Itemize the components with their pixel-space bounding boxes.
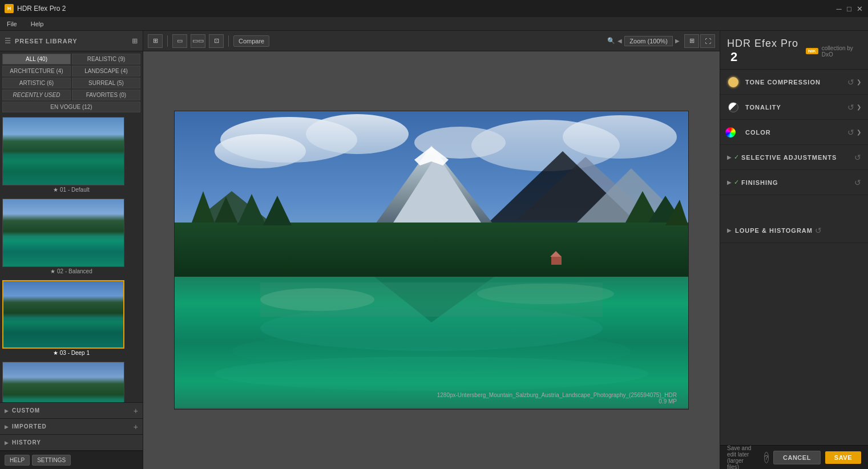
cat-recent[interactable]: RECENTLY USED <box>2 90 71 100</box>
add-custom-icon[interactable]: + <box>134 406 138 415</box>
selective-check-icon: ✓ <box>734 153 739 161</box>
color-icon-container <box>727 126 740 139</box>
section-history[interactable]: ▶ HISTORY <box>0 435 143 451</box>
svg-point-2 <box>306 114 409 154</box>
titlebar-left: H HDR Efex Pro 2 <box>5 4 66 13</box>
main-image: 1280px-Untersberg_Mountain_Salzburg_Aust… <box>174 111 689 410</box>
cat-architecture[interactable]: ARCHITECTURE (4) <box>2 66 71 76</box>
loupe-reset-icon[interactable]: ↺ <box>815 226 822 235</box>
right-sidebar: HDR Efex Pro 2 NIK collection by DxO TON… <box>720 31 868 469</box>
cat-en-vogue[interactable]: EN VOGUE (12) <box>2 102 140 112</box>
app-icon: H <box>5 4 14 13</box>
chevron-imported-icon: ▶ <box>5 424 9 430</box>
color-reset-icon[interactable]: ↺ <box>847 128 854 137</box>
loupe-arrow-icon: ▶ <box>727 227 732 233</box>
preset-item-4[interactable]: ★ 04 - Deep 2 <box>2 362 140 402</box>
image-filename: 1280px-Untersberg_Mountain_Salzburg_Aust… <box>437 392 677 398</box>
menu-file[interactable]: File <box>5 19 19 29</box>
panel-toggle-button[interactable]: ⊞ <box>148 34 163 48</box>
preset-library-header: ☰ PRESET LIBRARY ⊞ <box>0 31 143 51</box>
cat-favorites[interactable]: FAVORITES (0) <box>72 90 140 100</box>
color-expand-icon[interactable]: ❯ <box>857 129 861 135</box>
toolbar-separator-2 <box>228 35 229 47</box>
tonality-icon-container <box>727 101 740 114</box>
nik-badge: NIK <box>806 48 818 54</box>
toolbar: ⊞ ▭ ▭▭ ⊡ Compare 🔍 ◀ Zoom (100%) ▶ ⊞ ⛶ <box>143 31 720 51</box>
app-title-area: HDR Efex Pro 2 NIK collection by DxO <box>720 31 868 70</box>
loupe-label: LOUPE & HISTOGRAM <box>735 227 813 234</box>
compare-view-button[interactable]: ⊡ <box>209 34 224 48</box>
preset-thumb-2 <box>2 199 124 267</box>
adj-tonality[interactable]: TONALITY ↺ ❯ <box>720 95 868 120</box>
preset-item-1[interactable]: ★ 01 - Default <box>2 117 140 194</box>
menu-help[interactable]: Help <box>29 19 46 29</box>
maximize-button[interactable]: □ <box>845 5 853 13</box>
image-size: 0.9 MP <box>437 398 677 405</box>
image-svg <box>175 111 688 408</box>
cat-surreal[interactable]: SURREAL (5) <box>72 78 140 88</box>
finishing-arrow-icon: ▶ <box>727 179 732 185</box>
preset-item-2[interactable]: ★ 02 - Balanced <box>2 199 140 276</box>
split-view-button[interactable]: ▭▭ <box>191 34 205 48</box>
cat-landscape[interactable]: LANDSCAPE (4) <box>72 66 140 76</box>
zoom-right-arrow-icon[interactable]: ▶ <box>675 38 680 44</box>
history-label: HISTORY <box>12 439 138 446</box>
help-button[interactable]: HELP <box>5 455 30 466</box>
cat-realistic[interactable]: REALISTIC (9) <box>72 54 140 64</box>
preset-thumb-4 <box>2 362 124 402</box>
zoom-left-arrow-icon[interactable]: ◀ <box>617 38 622 44</box>
app-title-text: HDR Efex Pro 2 <box>17 5 66 13</box>
preset-label-3: ★ 03 - Deep 1 <box>2 349 140 357</box>
svg-point-3 <box>215 134 306 168</box>
close-button[interactable]: ✕ <box>855 5 863 13</box>
main-container: ☰ PRESET LIBRARY ⊞ ALL (40) REALISTIC (9… <box>0 31 868 469</box>
tonality-icon <box>728 102 738 112</box>
save-edit-label: Save and edit later (larger files) <box>727 445 755 470</box>
bottom-bar: HELP SETTINGS <box>0 451 143 469</box>
section-imported[interactable]: ▶ IMPORTED + <box>0 419 143 435</box>
compare-button[interactable]: Compare <box>233 35 269 47</box>
adj-finishing[interactable]: ▶ ✓ FINISHING ↺ <box>720 170 868 195</box>
finishing-reset-icon[interactable]: ↺ <box>854 178 861 187</box>
sun-icon <box>728 77 738 87</box>
finishing-check-icon: ✓ <box>734 179 739 186</box>
save-button[interactable]: SAVE <box>825 451 861 464</box>
color-wheel-icon <box>725 127 736 138</box>
brand-area: NIK collection by DxO <box>806 45 861 58</box>
cat-all[interactable]: ALL (40) <box>2 54 71 64</box>
adj-loupe-histogram[interactable]: ▶ LOUPE & HISTOGRAM ↺ <box>720 218 868 243</box>
preset-label-2: ★ 02 - Balanced <box>2 267 140 276</box>
adj-color[interactable]: COLOR ↺ ❯ <box>720 120 868 145</box>
tonality-label: TONALITY <box>745 104 845 111</box>
add-imported-icon[interactable]: + <box>134 422 138 431</box>
center-area: ⊞ ▭ ▭▭ ⊡ Compare 🔍 ◀ Zoom (100%) ▶ ⊞ ⛶ <box>143 31 720 469</box>
fullscreen-button[interactable]: ⛶ <box>700 34 715 48</box>
adj-tone-compression[interactable]: TONE COMPRESSION ↺ ❯ <box>720 70 868 95</box>
titlebar-controls: ─ □ ✕ <box>835 5 863 13</box>
tonality-expand-icon[interactable]: ❯ <box>857 104 861 110</box>
app-name: HDR Efex Pro <box>727 38 798 49</box>
preset-item-3[interactable]: ★ 03 - Deep 1 <box>2 280 140 357</box>
settings-button[interactable]: SETTINGS <box>32 455 71 466</box>
chevron-history-icon: ▶ <box>5 440 9 446</box>
adjustments-panel: TONE COMPRESSION ↺ ❯ TONALITY ↺ ❯ COLOR … <box>720 70 868 445</box>
preset-thumb-3 <box>2 280 124 349</box>
section-custom[interactable]: ▶ CUSTOM + <box>0 403 143 419</box>
custom-label: CUSTOM <box>12 407 130 414</box>
svg-point-5 <box>563 115 677 159</box>
minimize-button[interactable]: ─ <box>835 5 843 13</box>
tonality-reset-icon[interactable]: ↺ <box>847 103 854 112</box>
tone-compression-reset-icon[interactable]: ↺ <box>847 78 854 87</box>
selective-reset-icon[interactable]: ↺ <box>854 153 861 162</box>
single-view-button[interactable]: ▭ <box>172 34 187 48</box>
svg-rect-14 <box>175 223 688 277</box>
action-bar: Save and edit later (larger files) ? CAN… <box>720 445 868 469</box>
adj-selective[interactable]: ▶ ✓ SELECTIVE ADJUSTMENTS ↺ <box>720 145 868 170</box>
help-icon-button[interactable]: ? <box>764 452 769 463</box>
cancel-button[interactable]: CANCEL <box>773 451 821 464</box>
tone-compression-expand-icon[interactable]: ❯ <box>857 79 861 85</box>
fit-button[interactable]: ⊞ <box>684 34 699 48</box>
preset-thumb-1 <box>2 117 124 185</box>
cat-artistic[interactable]: ARTISTIC (6) <box>2 78 71 88</box>
preset-list: ★ 01 - Default ★ 02 - Balanced ★ 03 - De… <box>0 115 143 402</box>
